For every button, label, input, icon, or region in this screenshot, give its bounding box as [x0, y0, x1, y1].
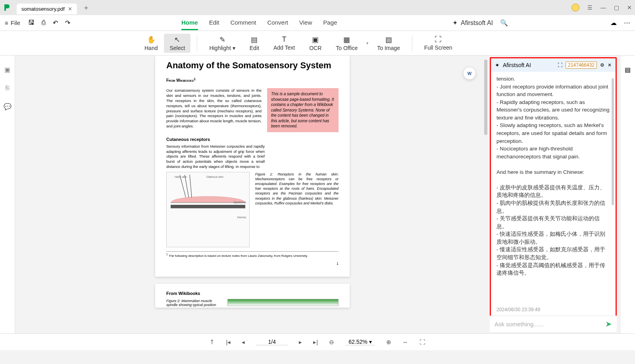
figure-1-image: Epidermis Dermis Hairy skin Glabrous ski…: [166, 172, 250, 247]
prev-page-icon[interactable]: ◂: [242, 339, 245, 346]
ai-response: tension. - Joint receptors provide infor…: [491, 72, 616, 307]
close-tab-icon[interactable]: ✕: [68, 6, 72, 12]
hand-label: Hand: [144, 45, 158, 51]
ai-brand-label: Afirstsoft AI: [461, 19, 493, 27]
new-tab-button[interactable]: ＋: [83, 3, 90, 12]
ai-input[interactable]: Ask something......: [495, 321, 543, 327]
edit-label: Edit: [250, 45, 259, 51]
tab-convert[interactable]: Convert: [267, 16, 289, 30]
ai-text: - Joint receptors provide information ab…: [496, 83, 610, 98]
to-office-label: To Office: [336, 45, 358, 51]
statusbar: ⤒ |◂ ◂ ▸ ▸| ⊖ 62.52% ▾ ⊕ ↔ ⛶: [0, 333, 635, 350]
tab-edit[interactable]: Edit: [209, 16, 219, 30]
tab-home[interactable]: Home: [181, 16, 198, 30]
ai-text: And here is the summary in Chinese:: [496, 168, 610, 176]
send-icon[interactable]: ➤: [605, 319, 612, 329]
hamburger-icon[interactable]: ☰: [587, 4, 593, 11]
ai-scrollbar[interactable]: [612, 78, 614, 205]
search-icon[interactable]: 🔍: [500, 19, 508, 27]
add-text-label: Add Text: [273, 44, 295, 51]
zoom-value[interactable]: 62.52% ▾: [345, 339, 375, 345]
ai-text: - 关节感受器提供有关关节功能和运动的信息。: [496, 215, 610, 230]
thumbnail-icon[interactable]: ▣: [4, 66, 10, 73]
hamburger-small-icon: ≡: [5, 19, 8, 26]
tab-title: somatosensory.pdf: [21, 6, 65, 12]
ai-session-id: 2147466432: [566, 62, 597, 69]
close-window-icon[interactable]: ✕: [627, 4, 632, 11]
minimize-icon[interactable]: —: [600, 4, 606, 11]
to-office-tool[interactable]: ▦To Office: [330, 34, 363, 53]
full-screen-tool[interactable]: ⛶Full Screen: [419, 34, 458, 52]
hand-tool[interactable]: ✋Hand: [139, 34, 163, 53]
tab-comment[interactable]: Comment: [230, 16, 256, 30]
next-page-icon[interactable]: ▸: [299, 339, 302, 346]
to-image-tool[interactable]: ▧To Image: [371, 34, 406, 53]
select-label: Select: [169, 45, 185, 51]
body-para-2: Sensory information from Meissner corpus…: [166, 144, 265, 169]
ai-panel-header: ✦ Afirstsoft AI ⛶ 2147466432 ⚙ ✕: [491, 58, 616, 72]
to-image-label: To Image: [377, 45, 400, 51]
print-icon[interactable]: ⎙: [42, 19, 46, 27]
fit-width-icon[interactable]: ↔: [402, 339, 408, 345]
ai-text: - 皮肤中的皮肤感受器提供有关温度、压力、质地和疼痛的信息。: [496, 184, 610, 199]
undo-icon[interactable]: ↶: [53, 19, 58, 27]
next-set-icon[interactable]: ▸|: [313, 339, 318, 346]
more-icon[interactable]: ⋯: [624, 19, 630, 27]
highlight-icon: ✎: [219, 35, 225, 44]
zoom-out-icon[interactable]: ⊖: [329, 339, 334, 346]
left-sidebar: ▣ ⎘ 💬: [0, 56, 15, 333]
save-icon[interactable]: 🖫: [28, 19, 35, 27]
ocr-tool[interactable]: ▣OCR: [304, 34, 327, 53]
figure-1-caption: Figure 1: Receptors in the human skin: M…: [255, 172, 339, 247]
fit-page-icon[interactable]: ⛶: [419, 339, 425, 345]
pdf-page-2: From Wikibooks Figure 2: Mammalian muscl…: [155, 284, 350, 308]
zoom-in-icon[interactable]: ⊕: [386, 339, 391, 346]
ai-brand-button[interactable]: ✦ Afirstsoft AI: [452, 19, 493, 27]
maximize-icon[interactable]: ▢: [614, 4, 619, 11]
tab-page[interactable]: Page: [323, 16, 337, 30]
ai-text: - 痛觉感受器是高阈值的机械感受器，用于传递疼痛信号。: [496, 262, 610, 277]
prev-set-icon[interactable]: |◂: [226, 339, 231, 346]
ai-text: - Rapidly adapting receptors, such as Me…: [496, 98, 610, 122]
tab-view[interactable]: View: [299, 16, 312, 30]
sparkle-icon: ✦: [495, 62, 500, 68]
ai-timestamp: 2024/06/30 23:39:49: [491, 307, 616, 316]
cloud-icon[interactable]: ☁: [610, 19, 617, 27]
main-area: ▣ ⎘ 💬 W Anatomy of the Somatosensory Sys…: [0, 56, 635, 333]
edit-icon: ▤: [251, 35, 258, 44]
figure-2-caption: Figure 2: Mammalian muscle spindle showi…: [166, 299, 222, 307]
document-tab[interactable]: somatosensory.pdf ✕: [17, 4, 77, 14]
settings-icon[interactable]: ⚙: [600, 62, 604, 68]
bookmark-icon[interactable]: ⎘: [6, 85, 10, 92]
word-export-button[interactable]: W: [464, 67, 475, 79]
outline-icon[interactable]: ▤: [625, 66, 631, 73]
expand-icon[interactable]: ⛶: [558, 62, 562, 68]
menubar: ≡ File 🖫 ⎙ ↶ ↷ Home Edit Comment Convert…: [0, 15, 635, 31]
dropdown-icon[interactable]: ▾: [366, 41, 368, 45]
comments-icon[interactable]: 💬: [4, 103, 12, 110]
pdf-page-1: Anatomy of the Somatosensory System From…: [155, 56, 350, 277]
document-viewer[interactable]: W Anatomy of the Somatosensory System Fr…: [15, 56, 490, 333]
ai-text: - 慢速适应性感受器，如默克尔感受器，用于空间细节和形态知觉。: [496, 246, 610, 261]
image-icon: ▧: [385, 35, 392, 44]
redo-icon[interactable]: ↷: [65, 19, 70, 27]
highlight-tool[interactable]: ✎Highlight ▾: [204, 34, 241, 53]
edit-tool[interactable]: ▤Edit: [244, 34, 265, 53]
select-tool[interactable]: ↖Select: [164, 34, 190, 53]
page-counter-input[interactable]: [256, 339, 288, 345]
first-page-icon[interactable]: ⤒: [210, 339, 215, 346]
file-label: File: [11, 19, 20, 26]
ai-text: - 肌肉中的肌梭提供有关肌肉长度和张力的信息。: [496, 199, 610, 215]
cursor-icon: ↖: [174, 35, 180, 44]
hand-icon: ✋: [147, 35, 156, 44]
add-text-tool[interactable]: TAdd Text: [268, 34, 300, 52]
close-panel-icon[interactable]: ✕: [608, 62, 612, 68]
highlight-label: Highlight: [209, 45, 231, 51]
ai-text: - Slowly adapting receptors, such as Mer…: [496, 121, 610, 145]
user-avatar[interactable]: [572, 4, 579, 12]
p2-source: From Wikibooks: [166, 291, 339, 296]
file-menu[interactable]: ≡ File: [5, 19, 20, 26]
scrollbar[interactable]: [484, 60, 487, 135]
ai-panel: ✦ Afirstsoft AI ⛶ 2147466432 ⚙ ✕ tension…: [490, 57, 617, 332]
sparkle-icon: ✦: [452, 19, 458, 27]
